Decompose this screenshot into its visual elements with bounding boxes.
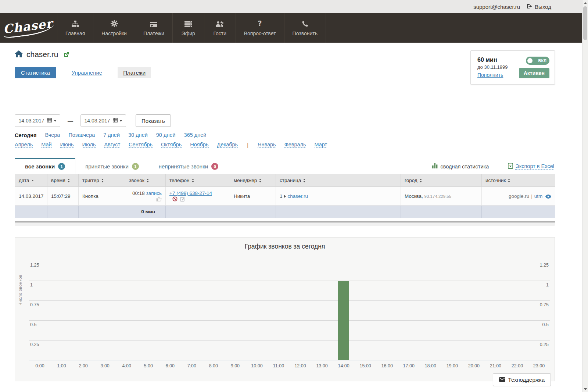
column-header-date[interactable]: дата <box>15 174 47 187</box>
cell-phone: +7 (499) 638-27-14 <box>166 187 230 206</box>
calls-tab-missed[interactable]: непринятые звонки0 <box>149 159 228 174</box>
show-button[interactable]: Показать <box>136 114 171 127</box>
utm-link[interactable]: utm <box>534 193 543 199</box>
phone-link[interactable]: +7 (499) 638-27-14 <box>169 190 212 196</box>
page-count: 1 <box>280 193 283 199</box>
calls-tab-accepted[interactable]: принятые звонки1 <box>75 159 149 174</box>
sort-icon <box>303 179 305 182</box>
nav-item-label: Вопрос-ответ <box>244 31 276 36</box>
table-scrollbar-thumb[interactable] <box>15 221 555 222</box>
month-link[interactable]: Сентябрь <box>129 142 153 148</box>
x-tick-label: 1:00 <box>57 363 66 368</box>
chart-bar[interactable] <box>338 281 349 360</box>
nav-item-ether[interactable]: Эфир <box>172 13 204 43</box>
table-scrollbar[interactable] <box>15 221 555 226</box>
tab-statistics[interactable]: Статистика <box>15 67 56 78</box>
period-link[interactable]: 7 дней <box>103 132 120 138</box>
month-link[interactable]: Ноябрь <box>190 142 208 148</box>
logo[interactable]: Chaser <box>0 13 57 43</box>
month-link[interactable]: Июль <box>82 142 96 148</box>
gridline <box>29 300 550 301</box>
calls-tab-all[interactable]: все звонки1 <box>15 158 75 174</box>
nav-item-faq[interactable]: ?Вопрос-ответ <box>236 13 284 43</box>
export-excel-label: Экспорт в Excel <box>515 163 554 170</box>
month-link[interactable]: Апрель <box>15 142 33 148</box>
summary-statistics-link[interactable]: сводная статистика <box>432 163 489 170</box>
nav-item-home[interactable]: Главная <box>57 13 93 43</box>
logout-button[interactable]: Выход <box>527 4 551 10</box>
date-from-input[interactable]: 14.03.2017 <box>15 114 60 127</box>
cell-call: 00:18 запись <box>125 187 166 206</box>
table-total-row: 0 мин <box>15 206 555 218</box>
window-scrollbar[interactable] <box>582 0 588 392</box>
period-link[interactable]: Вчера <box>45 132 60 138</box>
month-link[interactable]: Март <box>315 142 327 148</box>
logout-icon <box>527 4 533 10</box>
eye-icon[interactable] <box>545 195 551 199</box>
scrollbar-thumb[interactable] <box>583 6 587 40</box>
support-button[interactable]: Техподдержка <box>493 373 551 386</box>
column-header-source[interactable]: источник <box>482 174 555 187</box>
month-link[interactable]: Июнь <box>60 142 74 148</box>
y-tick-label: 0.75 <box>30 302 39 307</box>
column-header-manager[interactable]: менеджер <box>230 174 276 187</box>
calls-tab-label: все звонки <box>25 163 55 170</box>
nav-item-call[interactable]: Позвонить <box>284 13 326 43</box>
chart-x-axis-labels: 0:001:002:003:004:005:006:007:008:009:00… <box>29 363 550 371</box>
nav-item-label: Платежи <box>143 31 164 36</box>
credit-card-icon <box>150 20 157 27</box>
nav-item-label: Главная <box>65 31 85 36</box>
period-link[interactable]: 90 дней <box>156 132 176 138</box>
svg-text:?: ? <box>258 20 262 27</box>
nav-item-guests[interactable]: Гости <box>204 13 236 43</box>
period-link[interactable]: 30 дней <box>128 132 148 138</box>
scroll-down-arrow[interactable] <box>582 386 588 392</box>
month-link[interactable]: Октябрь <box>161 142 182 148</box>
thumb-up-icon[interactable] <box>156 196 162 202</box>
x-tick-label: 14:00 <box>338 363 349 368</box>
period-link[interactable]: 365 дней <box>184 132 207 138</box>
nav-item-settings[interactable]: Настройки <box>93 13 135 43</box>
chart-plot-area: 0.250.250.50.50.750.75111.251.25 <box>29 261 550 360</box>
external-link-icon[interactable] <box>64 52 69 57</box>
column-header-call[interactable]: звонок <box>125 174 166 187</box>
service-toggle[interactable]: ВКЛ <box>526 57 549 65</box>
column-header-trigger[interactable]: триггер <box>79 174 125 187</box>
month-link[interactable]: Декабрь <box>217 142 238 148</box>
topup-link[interactable]: Пополнить <box>477 72 503 78</box>
nav-item-payments[interactable]: Платежи <box>135 13 172 43</box>
column-header-page[interactable]: страница <box>276 174 401 187</box>
period-link[interactable]: Позавчера <box>68 132 95 138</box>
tab-payments[interactable]: Платежи <box>118 67 151 78</box>
x-axis-line <box>29 360 550 360</box>
record-link[interactable]: запись <box>146 190 162 196</box>
edit-note-icon[interactable] <box>180 196 185 202</box>
x-tick-label: 21:00 <box>490 363 501 368</box>
export-excel-link[interactable]: x Экспорт в Excel <box>508 163 554 170</box>
ban-icon[interactable] <box>172 196 178 202</box>
month-link[interactable]: Май <box>41 142 51 148</box>
calls-tab-label: непринятые звонки <box>159 163 208 170</box>
x-tick-label: 15:00 <box>360 363 371 368</box>
month-separator: | <box>247 142 248 148</box>
support-label: Техподдержка <box>508 377 545 383</box>
column-header-city[interactable]: город <box>401 174 482 187</box>
month-link[interactable]: Август <box>104 142 120 148</box>
y-tick-label: 0.75 <box>540 302 549 307</box>
x-tick-label: 11:00 <box>273 363 284 368</box>
month-link[interactable]: Февраль <box>284 142 306 148</box>
status-active-button[interactable]: Активен <box>519 68 549 78</box>
date-to-input[interactable]: 14.03.2017 <box>80 114 126 127</box>
sitemap-icon <box>72 20 79 27</box>
column-header-phone[interactable]: телефон <box>166 174 230 187</box>
scroll-up-arrow[interactable] <box>582 0 588 6</box>
month-link[interactable]: Январь <box>258 142 276 148</box>
tab-management[interactable]: Управление <box>72 70 102 76</box>
caret-down-icon <box>119 120 122 122</box>
page-link[interactable]: chaser.ru <box>288 193 308 199</box>
sort-asc-icon <box>32 180 34 181</box>
column-header-time[interactable]: время <box>47 174 79 187</box>
cell-manager: Никита <box>230 187 276 206</box>
x-tick-label: 9:00 <box>231 363 240 368</box>
sort-icon <box>101 179 104 182</box>
